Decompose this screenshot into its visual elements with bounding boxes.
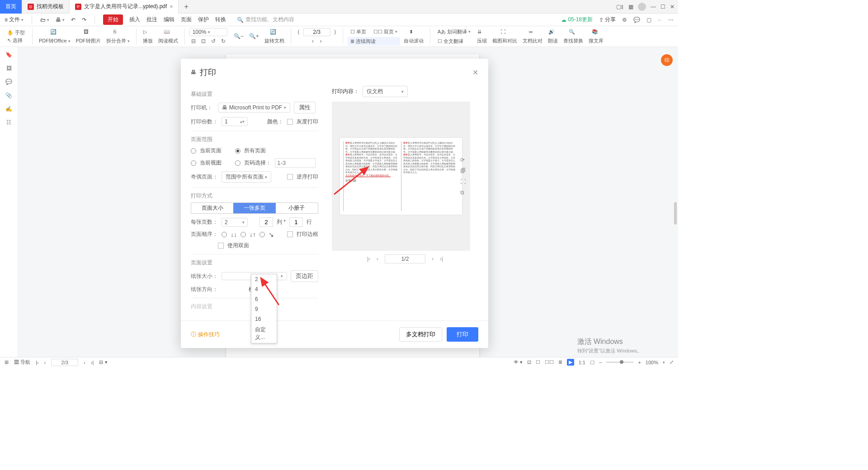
auto-scroll[interactable]: ⬍自动滚动: [402, 29, 425, 44]
sb-single-icon[interactable]: ☐: [536, 359, 540, 365]
split-merge[interactable]: ⎘拆分合并 ▾: [104, 29, 132, 44]
dropdown-item[interactable]: 自定义...: [251, 324, 277, 343]
double-page-toggle[interactable]: ☐☐ 双页▾: [371, 28, 400, 36]
tab-home[interactable]: 首页: [0, 0, 22, 14]
cols-input[interactable]: [259, 217, 273, 227]
compress-button[interactable]: ⇊压缩: [475, 29, 489, 44]
preview-scan-icon[interactable]: ⧉: [460, 189, 466, 196]
sb-panel-icon[interactable]: ⊞: [5, 359, 9, 365]
reverse-checkbox[interactable]: [287, 174, 293, 180]
play-button[interactable]: ▷播放: [141, 29, 155, 44]
sb-zoom-caret[interactable]: ▾: [663, 360, 665, 365]
preview-last-icon[interactable]: ›|: [440, 256, 443, 262]
preview-copy-icon[interactable]: 🗐: [460, 168, 466, 174]
sb-fitpage-icon[interactable]: ▢: [590, 359, 594, 365]
chevron-down-icon[interactable]: ︿: [658, 17, 662, 23]
tab-insert[interactable]: 插入: [129, 16, 140, 24]
sb-double-icon[interactable]: ☐☐: [545, 359, 554, 365]
preview-page-indicator[interactable]: 1/2: [385, 254, 425, 263]
tab-protect[interactable]: 保护: [198, 16, 209, 24]
sb-fit-icon[interactable]: ⊡: [527, 359, 531, 365]
pointer-mode[interactable]: ✋ 手型 ↖ 选择: [5, 29, 28, 44]
radio-current-view[interactable]: [191, 160, 196, 166]
sb-eye-icon[interactable]: 👁 ▾: [514, 359, 523, 365]
read-aloud[interactable]: 🔊朗读: [546, 29, 560, 44]
dropdown-item[interactable]: 16: [251, 314, 277, 324]
image-panel-icon[interactable]: 🖼: [6, 65, 12, 71]
printer-select[interactable]: 🖶 Microsoft Print to PDF ▾: [218, 103, 290, 113]
pages-per-select[interactable]: 2▾: [222, 218, 248, 227]
settings-icon[interactable]: ⚙: [622, 17, 627, 23]
sb-zoom-value[interactable]: 100%: [646, 360, 658, 365]
word-translate[interactable]: Aあ 划词翻译▾: [435, 28, 473, 36]
grayscale-checkbox[interactable]: [287, 119, 293, 125]
copies-spinner[interactable]: 1▴▾: [222, 117, 248, 126]
window-close-icon[interactable]: ✕: [670, 4, 675, 10]
tab-edit[interactable]: 编辑: [164, 16, 175, 24]
page-first-icon[interactable]: ⟨: [296, 28, 302, 36]
function-search[interactable]: 🔍 查找功能、文档内容: [237, 16, 294, 24]
scrollbar[interactable]: [674, 202, 677, 225]
preview-next-icon[interactable]: ›: [432, 256, 434, 262]
more-icon[interactable]: ⋯: [668, 17, 674, 23]
sb-first-icon[interactable]: |‹: [36, 360, 39, 365]
tab-document[interactable]: P 文字是人类用符号记录...ypted).pdf ×: [70, 0, 179, 14]
close-icon[interactable]: ×: [170, 4, 173, 10]
menu-hamburger[interactable]: ≡ 文件 ▾: [5, 16, 24, 24]
single-page-toggle[interactable]: ☐ 单页: [348, 28, 369, 36]
sb-play-icon[interactable]: ▶: [567, 359, 574, 366]
message-icon[interactable]: 💬: [633, 17, 640, 23]
multi-doc-print-button[interactable]: 多文档打印: [399, 327, 442, 342]
read-mode[interactable]: 📖阅读模式: [156, 29, 180, 44]
tab-add[interactable]: +: [179, 3, 193, 11]
page-last-icon[interactable]: ⟩: [332, 28, 338, 36]
sb-zoom-out-icon[interactable]: −: [599, 360, 602, 365]
radio-current-page[interactable]: [191, 148, 196, 154]
rotate-left-icon[interactable]: ↺: [209, 37, 217, 45]
page-indicator[interactable]: 2/3: [303, 28, 330, 36]
duplex-checkbox[interactable]: [218, 243, 224, 249]
zoom-out-icon[interactable]: 🔍−: [232, 32, 245, 40]
tab-convert[interactable]: 转换: [215, 16, 226, 24]
comment-icon[interactable]: 💬: [5, 79, 12, 85]
layout-icon[interactable]: ▢⫿: [616, 4, 624, 10]
fit-page-icon[interactable]: ⊡: [199, 37, 208, 45]
sb-1to1-icon[interactable]: 1:1: [579, 360, 585, 365]
tab-page-size[interactable]: 页面大小: [191, 203, 233, 213]
continuous-read-toggle[interactable]: ≣ 连续阅读: [348, 37, 400, 46]
dialog-close-icon[interactable]: ✕: [472, 68, 478, 77]
fit-width-icon[interactable]: ⊟: [189, 37, 198, 45]
undo-icon[interactable]: ↶: [71, 17, 75, 23]
radio-page-select[interactable]: [235, 160, 241, 166]
page-prev-icon[interactable]: ‹: [310, 37, 316, 45]
rows-input[interactable]: [289, 217, 303, 227]
sb-page-input[interactable]: 2/3: [51, 359, 78, 366]
sb-layout-icon[interactable]: ⊟ ▾: [99, 359, 107, 365]
signature-icon[interactable]: ✍: [5, 106, 12, 112]
doc-compare[interactable]: ⫘文档比对: [521, 29, 544, 44]
rotate-right-icon[interactable]: ↻: [219, 37, 227, 45]
tab-booklet[interactable]: 小册子: [276, 203, 318, 213]
tab-multi-page[interactable]: 一张多页: [233, 203, 275, 213]
tab-page[interactable]: 页面: [181, 16, 192, 24]
page-select-input[interactable]: [275, 158, 316, 168]
order-opt-2[interactable]: [241, 232, 246, 237]
preview-crop-icon[interactable]: ⛶: [460, 179, 466, 185]
layers-icon[interactable]: ☷: [6, 119, 11, 126]
sb-last-icon[interactable]: ›|: [91, 360, 94, 365]
preview-refresh-icon[interactable]: ⟳: [460, 157, 466, 163]
order-opt-1[interactable]: [222, 232, 227, 237]
print-icon[interactable]: 🖶 ▾: [56, 17, 65, 23]
printer-props-button[interactable]: 属性: [294, 102, 316, 113]
attachment-icon[interactable]: 📎: [5, 92, 12, 99]
full-translate[interactable]: ☐ 全文翻译: [435, 37, 473, 46]
cloud-update[interactable]: ☁ 05-18更新: [561, 16, 593, 24]
sb-next-icon[interactable]: ›: [84, 360, 85, 365]
page-next-icon[interactable]: ›: [318, 37, 324, 45]
radio-all-pages[interactable]: [235, 148, 241, 154]
avatar[interactable]: [638, 3, 646, 11]
pdf-to-office[interactable]: 🔄PDF转Office ▾: [37, 29, 72, 44]
float-pdf-badge[interactable]: 印: [661, 54, 673, 66]
pdf-to-image[interactable]: 🖼PDF转图片: [74, 29, 103, 44]
sb-nav-button[interactable]: ☰ 导航: [14, 359, 30, 366]
